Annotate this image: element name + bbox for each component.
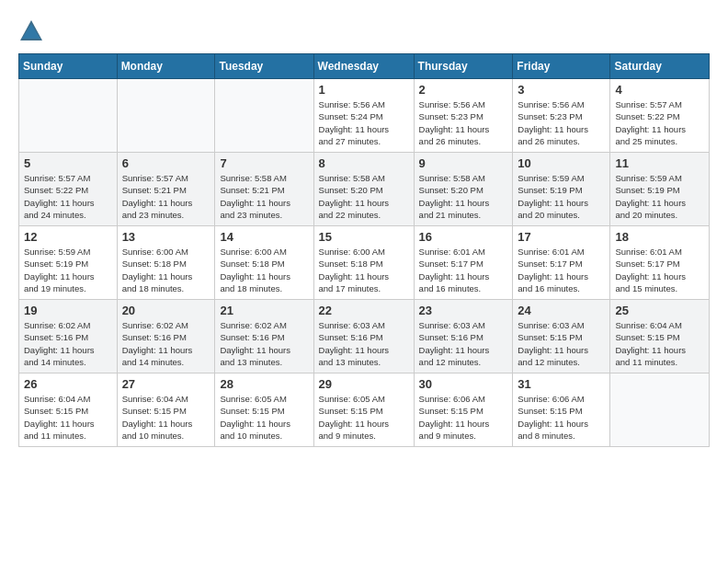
- calendar-cell: [610, 373, 710, 447]
- day-info: Sunrise: 6:06 AM Sunset: 5:15 PM Dayligh…: [419, 393, 508, 442]
- day-info: Sunrise: 5:56 AM Sunset: 5:23 PM Dayligh…: [419, 98, 508, 147]
- header-wednesday: Wednesday: [313, 54, 414, 79]
- calendar-week-3: 12Sunrise: 5:59 AM Sunset: 5:19 PM Dayli…: [19, 226, 710, 300]
- calendar-cell: 15Sunrise: 6:00 AM Sunset: 5:18 PM Dayli…: [313, 226, 414, 300]
- day-number: 1: [319, 83, 409, 97]
- day-info: Sunrise: 6:03 AM Sunset: 5:15 PM Dayligh…: [518, 319, 605, 368]
- day-number: 11: [615, 156, 704, 170]
- day-info: Sunrise: 5:59 AM Sunset: 5:19 PM Dayligh…: [615, 172, 704, 221]
- calendar-cell: 16Sunrise: 6:01 AM Sunset: 5:17 PM Dayli…: [414, 226, 513, 300]
- day-info: Sunrise: 5:58 AM Sunset: 5:20 PM Dayligh…: [319, 172, 409, 221]
- day-number: 4: [615, 83, 704, 97]
- calendar-cell: 28Sunrise: 6:05 AM Sunset: 5:15 PM Dayli…: [215, 373, 313, 447]
- day-number: 14: [220, 230, 308, 244]
- day-number: 19: [24, 304, 112, 317]
- calendar-cell: 8Sunrise: 5:58 AM Sunset: 5:20 PM Daylig…: [313, 153, 414, 226]
- svg-marker-1: [22, 24, 40, 39]
- calendar-cell: 12Sunrise: 5:59 AM Sunset: 5:19 PM Dayli…: [19, 226, 118, 300]
- calendar-cell: 29Sunrise: 6:05 AM Sunset: 5:15 PM Dayli…: [313, 373, 414, 447]
- calendar-cell: 27Sunrise: 6:04 AM Sunset: 5:15 PM Dayli…: [117, 373, 215, 447]
- calendar-cell: 25Sunrise: 6:04 AM Sunset: 5:15 PM Dayli…: [610, 300, 710, 373]
- day-number: 6: [122, 156, 210, 170]
- calendar-cell: 22Sunrise: 6:03 AM Sunset: 5:16 PM Dayli…: [313, 300, 414, 373]
- day-number: 10: [518, 156, 605, 170]
- day-number: 20: [122, 304, 210, 317]
- day-number: 26: [24, 377, 112, 391]
- calendar-cell: 26Sunrise: 6:04 AM Sunset: 5:15 PM Dayli…: [19, 373, 118, 447]
- calendar-cell: 11Sunrise: 5:59 AM Sunset: 5:19 PM Dayli…: [610, 153, 710, 226]
- calendar-cell: 19Sunrise: 6:02 AM Sunset: 5:16 PM Dayli…: [19, 300, 118, 373]
- calendar-table: Sunday Monday Tuesday Wednesday Thursday…: [18, 53, 710, 447]
- day-info: Sunrise: 5:57 AM Sunset: 5:22 PM Dayligh…: [24, 172, 112, 221]
- header-sunday: Sunday: [19, 54, 118, 79]
- header-friday: Friday: [513, 54, 610, 79]
- day-number: 12: [24, 230, 112, 244]
- day-info: Sunrise: 6:03 AM Sunset: 5:16 PM Dayligh…: [419, 319, 508, 368]
- day-info: Sunrise: 5:57 AM Sunset: 5:22 PM Dayligh…: [615, 98, 704, 147]
- calendar-header-row: Sunday Monday Tuesday Wednesday Thursday…: [19, 54, 710, 79]
- day-number: 23: [419, 304, 508, 317]
- logo: [18, 18, 48, 44]
- day-number: 22: [319, 304, 409, 317]
- calendar-cell: 5Sunrise: 5:57 AM Sunset: 5:22 PM Daylig…: [19, 153, 118, 226]
- calendar-cell: 20Sunrise: 6:02 AM Sunset: 5:16 PM Dayli…: [117, 300, 215, 373]
- day-info: Sunrise: 5:59 AM Sunset: 5:19 PM Dayligh…: [518, 172, 605, 221]
- calendar-cell: [117, 79, 215, 153]
- header-saturday: Saturday: [610, 54, 710, 79]
- day-info: Sunrise: 5:59 AM Sunset: 5:19 PM Dayligh…: [24, 246, 112, 294]
- day-number: 5: [24, 156, 112, 170]
- day-info: Sunrise: 6:04 AM Sunset: 5:15 PM Dayligh…: [122, 393, 210, 442]
- day-number: 3: [518, 83, 605, 97]
- day-number: 29: [319, 377, 409, 391]
- calendar-cell: 6Sunrise: 5:57 AM Sunset: 5:21 PM Daylig…: [117, 153, 215, 226]
- calendar-cell: 4Sunrise: 5:57 AM Sunset: 5:22 PM Daylig…: [610, 79, 710, 153]
- header-thursday: Thursday: [414, 54, 513, 79]
- day-info: Sunrise: 6:05 AM Sunset: 5:15 PM Dayligh…: [220, 393, 308, 442]
- calendar-cell: 10Sunrise: 5:59 AM Sunset: 5:19 PM Dayli…: [513, 153, 610, 226]
- day-number: 13: [122, 230, 210, 244]
- day-number: 8: [319, 156, 409, 170]
- page-header: [18, 18, 710, 44]
- day-info: Sunrise: 6:01 AM Sunset: 5:17 PM Dayligh…: [419, 246, 508, 294]
- day-number: 30: [419, 377, 508, 391]
- calendar-cell: 7Sunrise: 5:58 AM Sunset: 5:21 PM Daylig…: [215, 153, 313, 226]
- day-number: 27: [122, 377, 210, 391]
- day-number: 25: [615, 304, 704, 317]
- day-info: Sunrise: 6:05 AM Sunset: 5:15 PM Dayligh…: [319, 393, 409, 442]
- day-number: 24: [518, 304, 605, 317]
- day-info: Sunrise: 6:00 AM Sunset: 5:18 PM Dayligh…: [220, 246, 308, 294]
- calendar-cell: 31Sunrise: 6:06 AM Sunset: 5:15 PM Dayli…: [513, 373, 610, 447]
- calendar-cell: 9Sunrise: 5:58 AM Sunset: 5:20 PM Daylig…: [414, 153, 513, 226]
- calendar-cell: 13Sunrise: 6:00 AM Sunset: 5:18 PM Dayli…: [117, 226, 215, 300]
- day-info: Sunrise: 6:01 AM Sunset: 5:17 PM Dayligh…: [615, 246, 704, 294]
- calendar-cell: 21Sunrise: 6:02 AM Sunset: 5:16 PM Dayli…: [215, 300, 313, 373]
- day-number: 2: [419, 83, 508, 97]
- header-monday: Monday: [117, 54, 215, 79]
- calendar-week-5: 26Sunrise: 6:04 AM Sunset: 5:15 PM Dayli…: [19, 373, 710, 447]
- calendar-week-1: 1Sunrise: 5:56 AM Sunset: 5:24 PM Daylig…: [19, 79, 710, 153]
- day-number: 17: [518, 230, 605, 244]
- header-tuesday: Tuesday: [215, 54, 313, 79]
- day-info: Sunrise: 6:00 AM Sunset: 5:18 PM Dayligh…: [122, 246, 210, 294]
- calendar-cell: 18Sunrise: 6:01 AM Sunset: 5:17 PM Dayli…: [610, 226, 710, 300]
- calendar-cell: [19, 79, 118, 153]
- day-info: Sunrise: 6:03 AM Sunset: 5:16 PM Dayligh…: [319, 319, 409, 368]
- calendar-cell: 3Sunrise: 5:56 AM Sunset: 5:23 PM Daylig…: [513, 79, 610, 153]
- day-number: 31: [518, 377, 605, 391]
- day-info: Sunrise: 6:02 AM Sunset: 5:16 PM Dayligh…: [220, 319, 308, 368]
- day-number: 15: [319, 230, 409, 244]
- day-info: Sunrise: 5:57 AM Sunset: 5:21 PM Dayligh…: [122, 172, 210, 221]
- day-info: Sunrise: 6:02 AM Sunset: 5:16 PM Dayligh…: [24, 319, 112, 368]
- day-number: 18: [615, 230, 704, 244]
- day-info: Sunrise: 5:56 AM Sunset: 5:23 PM Dayligh…: [518, 98, 605, 147]
- logo-icon: [18, 18, 44, 44]
- calendar-cell: 14Sunrise: 6:00 AM Sunset: 5:18 PM Dayli…: [215, 226, 313, 300]
- calendar-cell: 17Sunrise: 6:01 AM Sunset: 5:17 PM Dayli…: [513, 226, 610, 300]
- calendar-cell: 1Sunrise: 5:56 AM Sunset: 5:24 PM Daylig…: [313, 79, 414, 153]
- day-info: Sunrise: 6:02 AM Sunset: 5:16 PM Dayligh…: [122, 319, 210, 368]
- day-info: Sunrise: 5:58 AM Sunset: 5:20 PM Dayligh…: [419, 172, 508, 221]
- calendar-week-2: 5Sunrise: 5:57 AM Sunset: 5:22 PM Daylig…: [19, 153, 710, 226]
- day-info: Sunrise: 5:58 AM Sunset: 5:21 PM Dayligh…: [220, 172, 308, 221]
- day-info: Sunrise: 6:04 AM Sunset: 5:15 PM Dayligh…: [615, 319, 704, 368]
- day-info: Sunrise: 6:01 AM Sunset: 5:17 PM Dayligh…: [518, 246, 605, 294]
